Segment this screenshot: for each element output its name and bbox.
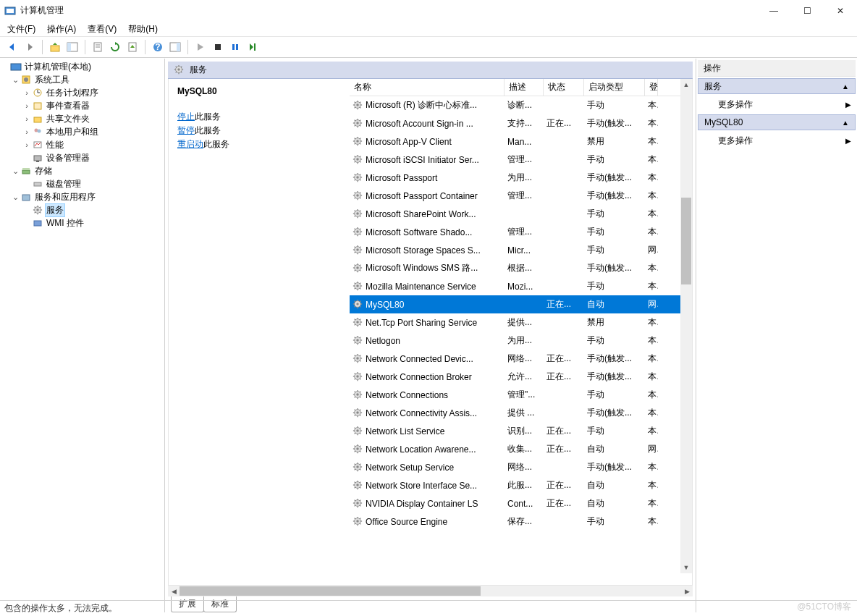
tree-device-manager[interactable]: 设备管理器 (0, 151, 164, 164)
service-row[interactable]: Network Connections管理"...手动本 (350, 386, 692, 404)
tree-event-viewer[interactable]: ›事件查看器 (0, 99, 164, 112)
col-desc[interactable]: 描述 (505, 79, 544, 96)
gear-icon (352, 190, 364, 202)
service-row[interactable]: Netlogon为用...手动本 (350, 332, 692, 350)
actions-section-mysql80[interactable]: MySQL80▲ (698, 114, 856, 130)
tree-services[interactable]: 服务 (0, 203, 164, 216)
scroll-thumb[interactable] (681, 198, 691, 284)
properties-button[interactable] (90, 39, 106, 55)
stop-button[interactable] (210, 39, 226, 55)
back-button[interactable] (4, 39, 20, 55)
service-start: 手动 (584, 208, 645, 220)
service-row[interactable]: Microsoft Windows SMS 路...根据...手动(触发...本 (350, 259, 692, 277)
col-start[interactable]: 启动类型 (584, 79, 645, 96)
tree-system-tools[interactable]: ⌄系统工具 (0, 73, 164, 86)
service-logon: 网 (645, 298, 658, 311)
maximize-button[interactable]: ☐ (790, 0, 824, 22)
restart-link[interactable]: 重启动 (177, 139, 203, 149)
service-row[interactable]: MySQL80正在...自动网 (350, 295, 692, 313)
menu-view[interactable]: 查看(V) (88, 23, 117, 35)
service-row[interactable]: Microsoft Passport Container管理...手动(触发..… (350, 187, 692, 205)
service-row[interactable]: Microsoft (R) 诊断中心标准...诊断...手动本 (350, 96, 692, 114)
service-start: 手动(触发... (584, 353, 645, 365)
service-logon: 本 (645, 479, 658, 491)
gear-icon (352, 172, 364, 184)
service-name-label: Net.Tcp Port Sharing Service (366, 318, 477, 328)
svg-rect-17 (67, 43, 71, 51)
actions-section-services[interactable]: 服务▲ (698, 78, 856, 94)
service-row[interactable]: Microsoft Storage Spaces S...Micr...手动网 (350, 241, 692, 259)
tree-task-scheduler[interactable]: ›任务计划程序 (0, 86, 164, 99)
service-row[interactable]: Net.Tcp Port Sharing Service提供...禁用本 (350, 313, 692, 332)
menu-file[interactable]: 文件(F) (7, 23, 35, 35)
toolbar: ? (0, 36, 857, 58)
service-row[interactable]: Network Connected Devic...网络...正在...手动(触… (350, 350, 692, 368)
col-state[interactable]: 状态 (544, 79, 584, 96)
minimize-button[interactable]: — (757, 0, 790, 22)
service-name-label: Microsoft (R) 诊断中心标准... (366, 99, 477, 111)
service-row[interactable]: Microsoft Account Sign-in ...支持...正在...手… (350, 114, 692, 132)
vertical-scrollbar[interactable]: ▲ ▼ (680, 79, 692, 573)
service-row[interactable]: Mozilla Maintenance ServiceMozi...手动本 (350, 277, 692, 295)
service-name-label: Microsoft Account Sign-in ... (366, 119, 473, 129)
service-desc: 管理... (505, 190, 544, 202)
tree-root[interactable]: 计算机管理(本地) (0, 60, 164, 73)
export-button[interactable] (124, 39, 140, 55)
service-start: 手动 (584, 153, 645, 166)
pause-button[interactable] (227, 39, 243, 55)
gear-icon (352, 389, 364, 401)
horizontal-scrollbar[interactable]: ◀ ▶ (168, 585, 693, 596)
service-row[interactable]: Network Store Interface Se...此服...正在...自… (350, 476, 692, 494)
help-button[interactable]: ? (150, 39, 166, 55)
close-button[interactable]: ✕ (824, 0, 857, 22)
tree-performance[interactable]: ›性能 (0, 138, 164, 151)
tree-storage[interactable]: ⌄存储 (0, 164, 164, 177)
scroll-right-icon[interactable]: ▶ (681, 588, 693, 595)
services-header: 服务 (168, 62, 693, 79)
tree-wmi[interactable]: WMI 控件 (0, 216, 164, 229)
service-row[interactable]: Network Setup Service网络...手动(触发...本 (350, 458, 692, 476)
gear-icon (352, 281, 364, 292)
tree-local-users[interactable]: ›本地用户和组 (0, 125, 164, 138)
up-button[interactable] (47, 39, 63, 55)
service-row[interactable]: Microsoft Software Shado...管理...手动本 (350, 223, 692, 241)
service-row[interactable]: Network Connection Broker允许...正在...手动(触发… (350, 368, 692, 386)
tree-services-apps[interactable]: ⌄服务和应用程序 (0, 190, 164, 203)
service-desc: 允许... (505, 371, 544, 383)
forward-button[interactable] (22, 39, 38, 55)
service-row[interactable]: Network Connectivity Assis...提供 ...手动(触发… (350, 404, 692, 422)
tree-shared-folders[interactable]: ›共享文件夹 (0, 112, 164, 125)
scroll-down-icon[interactable]: ▼ (680, 562, 692, 573)
restart-button[interactable] (245, 39, 261, 55)
service-name-label: Network List Service (366, 426, 444, 436)
actions-more-2[interactable]: 更多操作▶ (696, 130, 857, 151)
tree-disk-mgmt[interactable]: 磁盘管理 (0, 177, 164, 190)
scroll-left-icon[interactable]: ◀ (168, 588, 180, 595)
watermark: @51CTO博客 (797, 601, 851, 613)
service-row[interactable]: Office Source Engine保存...手动本 (350, 512, 692, 531)
service-row[interactable]: NVIDIA Display Container LSCont...正在...自… (350, 494, 692, 512)
service-logon: 本 (645, 425, 658, 437)
tree-pane: 计算机管理(本地) ⌄系统工具 ›任务计划程序 ›事件查看器 ›共享文件夹 ›本… (0, 59, 165, 612)
gear-icon (352, 299, 364, 311)
menu-action[interactable]: 操作(A) (47, 23, 76, 35)
service-row[interactable]: Microsoft iSCSI Initiator Ser...管理...手动本 (350, 151, 692, 169)
collapse-icon: ▲ (842, 119, 849, 127)
pause-link[interactable]: 暂停 (177, 125, 195, 135)
service-row[interactable]: Microsoft App-V ClientMan...禁用本 (350, 132, 692, 151)
scroll-up-icon[interactable]: ▲ (680, 79, 692, 90)
col-name[interactable]: 名称 (350, 79, 505, 96)
svg-rect-40 (34, 103, 41, 109)
service-row[interactable]: Microsoft SharePoint Work...手动本 (350, 205, 692, 223)
play-button[interactable] (193, 39, 208, 55)
menu-help[interactable]: 帮助(H) (128, 23, 158, 35)
action-pane-button[interactable] (167, 39, 183, 55)
show-hide-button[interactable] (64, 39, 80, 55)
service-row[interactable]: Network List Service识别...正在...手动本 (350, 422, 692, 440)
service-row[interactable]: Microsoft Passport为用...手动(触发...本 (350, 169, 692, 187)
col-logon[interactable]: 登 (645, 79, 658, 96)
stop-link[interactable]: 停止 (177, 111, 195, 122)
refresh-button[interactable] (107, 39, 123, 55)
actions-more-1[interactable]: 更多操作▶ (696, 94, 857, 114)
service-row[interactable]: Network Location Awarene...收集...正在...自动网 (350, 440, 692, 458)
